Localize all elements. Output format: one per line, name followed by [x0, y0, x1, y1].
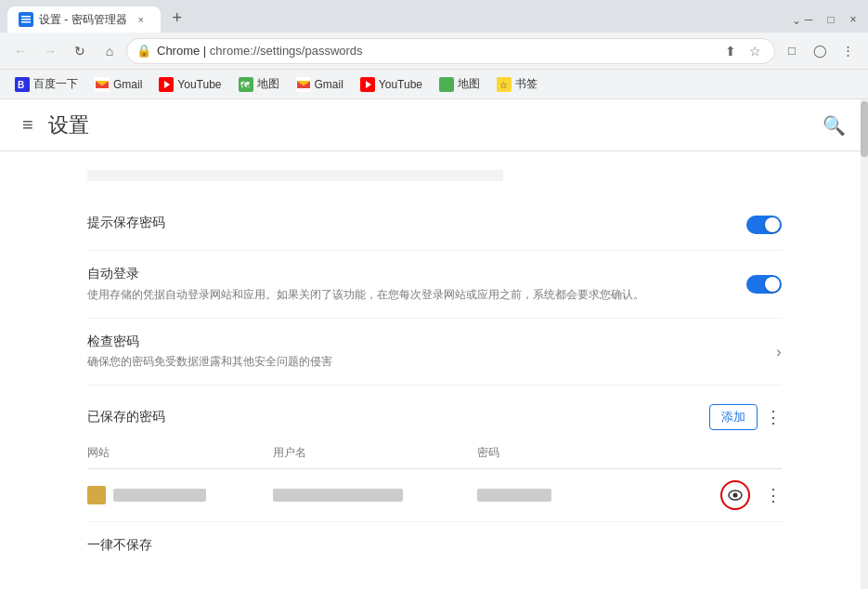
bookmark-baidu-label: 百度一下 [33, 76, 78, 92]
bookmark-youtube1-label: YouTube [177, 78, 221, 91]
auto-signin-label: 自动登录 [87, 266, 732, 282]
minimize-button[interactable]: ─ [801, 12, 816, 27]
eye-icon [728, 490, 743, 501]
password-row: ⋮ [87, 469, 782, 522]
auto-signin-toggle-thumb [765, 277, 780, 292]
tab-close-button[interactable]: × [133, 11, 149, 28]
svg-rect-14 [439, 77, 454, 92]
bookmarks-bar: B 百度一下 Gmail YouTube 🗺 地图 Gmail YouTube [0, 70, 868, 99]
auto-signin-desc: 使用存储的凭据自动登录网站和应用。如果关闭了该功能，在您每次登录网站或应用之前，… [87, 286, 732, 303]
bookmark-bookmarks[interactable]: ☆ 书签 [489, 72, 545, 96]
scrollbar-thumb[interactable] [861, 151, 868, 157]
blurred-top-section [87, 170, 504, 181]
navbar: ← → ↻ ⌂ 🔒 Chrome | chrome://settings/pas… [0, 33, 868, 70]
svg-rect-1 [21, 19, 31, 20]
bookmark-bookmarks-label: 书签 [515, 76, 538, 92]
saved-passwords-more-icon[interactable]: ⋮ [765, 407, 782, 427]
password-blurred [477, 489, 551, 502]
bookmark-youtube2[interactable]: YouTube [353, 73, 430, 96]
site-favicon [87, 486, 106, 504]
maximize-button[interactable]: □ [823, 12, 838, 27]
nav-right-controls: □ ◯ ⋮ [779, 38, 861, 64]
bookmark-gmail1[interactable]: Gmail [87, 73, 149, 96]
bookmark-icon[interactable]: ☆ [745, 41, 765, 61]
gmail1-icon [95, 77, 110, 92]
check-passwords-row[interactable]: 检查密码 确保您的密码免受数据泄露和其他安全问题的侵害 › [87, 319, 782, 386]
extension-button[interactable]: □ [779, 38, 805, 64]
password-table: 网站 用户名 密码 [87, 441, 782, 522]
bookmark-youtube1[interactable]: YouTube [151, 73, 228, 96]
youtube1-icon [159, 77, 174, 92]
back-button[interactable]: ← [7, 38, 33, 64]
tab-strip: 设置 - 密码管理器 × + [7, 5, 792, 33]
bookmark-gmail2[interactable]: Gmail [289, 73, 351, 96]
window-close-button[interactable]: × [846, 12, 861, 27]
refresh-button[interactable]: ↻ [67, 38, 93, 64]
address-text: Chrome | chrome://settings/passwords [157, 44, 715, 58]
never-save-section: 一律不保存 [87, 537, 782, 554]
hamburger-menu-icon[interactable]: ≡ [22, 114, 33, 136]
saved-passwords-title: 已保存的密码 [87, 409, 709, 425]
check-passwords-arrow: › [776, 344, 781, 360]
bookmark-map1[interactable]: 🗺 地图 [231, 72, 287, 96]
new-tab-button[interactable]: + [164, 5, 190, 31]
saved-passwords-section: 已保存的密码 添加 ⋮ 网站 用户名 密码 [87, 393, 782, 522]
home-button[interactable]: ⌂ [97, 38, 123, 64]
svg-text:B: B [18, 80, 24, 90]
password-site-cell [87, 486, 273, 504]
bookmark-map2[interactable]: 地图 [432, 72, 487, 96]
map2-icon [439, 77, 454, 92]
password-row-more-icon[interactable]: ⋮ [765, 485, 782, 505]
svg-text:☆: ☆ [499, 80, 508, 90]
bookmark-map2-label: 地图 [458, 76, 480, 92]
svg-rect-3 [21, 21, 31, 23]
svg-point-18 [732, 493, 737, 498]
scrollbar[interactable] [861, 151, 868, 589]
add-password-button[interactable]: 添加 [709, 404, 758, 430]
settings-inner: 提示保存密码 自动登录 使用存储的凭据自动登录网站和应用。如果关闭了该功能，在您… [72, 170, 797, 572]
window-controls: ─ □ × [801, 12, 861, 27]
auto-signin-toggle[interactable] [746, 275, 782, 294]
search-icon[interactable]: 🔍 [823, 114, 846, 137]
address-actions: ⬆ ☆ [720, 41, 765, 61]
bookmark-gmail1-label: Gmail [113, 78, 142, 91]
check-passwords-desc: 确保您的密码免受数据泄露和其他安全问题的侵害 [87, 354, 777, 370]
never-save-title: 一律不保存 [87, 537, 782, 554]
saved-passwords-header: 已保存的密码 添加 ⋮ [87, 393, 782, 438]
offer-to-save-content: 提示保存密码 [87, 215, 732, 235]
map1-icon: 🗺 [239, 77, 253, 92]
svg-rect-2 [21, 16, 31, 18]
col-site-header: 网站 [87, 445, 273, 461]
settings-page: ≡ 设置 🔍 提示保存密码 [0, 99, 868, 589]
password-row-actions: ⋮ [720, 480, 782, 510]
password-user-cell [273, 489, 477, 502]
active-tab[interactable]: 设置 - 密码管理器 × [7, 7, 161, 33]
reveal-password-button[interactable] [720, 480, 750, 510]
password-table-header: 网站 用户名 密码 [87, 441, 782, 469]
youtube2-icon [360, 77, 375, 92]
content-area: 提示保存密码 自动登录 使用存储的凭据自动登录网站和应用。如果关闭了该功能，在您… [0, 151, 868, 589]
bookmark-gmail2-label: Gmail [315, 78, 343, 91]
account-button[interactable]: ◯ [807, 38, 833, 64]
col-password-header: 密码 [477, 445, 782, 461]
offer-to-save-control [746, 216, 782, 234]
username-blurred [273, 489, 403, 502]
gmail2-icon [296, 77, 311, 92]
forward-button[interactable]: → [37, 38, 63, 64]
baidu-icon: B [15, 77, 30, 92]
menu-button[interactable]: ⋮ [835, 38, 861, 64]
check-passwords-label: 检查密码 [87, 334, 777, 350]
tab-title: 设置 - 密码管理器 [39, 12, 127, 28]
lock-icon: 🔒 [136, 44, 151, 58]
svg-text:🗺: 🗺 [240, 80, 250, 90]
tab-favicon [19, 12, 33, 27]
auto-signin-content: 自动登录 使用存储的凭据自动登录网站和应用。如果关闭了该功能，在您每次登录网站或… [87, 266, 732, 303]
offer-to-save-toggle[interactable] [746, 216, 782, 234]
bookmark-baidu[interactable]: B 百度一下 [7, 72, 85, 96]
address-bar[interactable]: 🔒 Chrome | chrome://settings/passwords ⬆… [126, 38, 775, 64]
settings-content: 提示保存密码 自动登录 使用存储的凭据自动登录网站和应用。如果关闭了该功能，在您… [0, 151, 868, 589]
site-name-blurred [113, 489, 206, 502]
share-icon[interactable]: ⬆ [720, 41, 741, 61]
offer-to-save-row: 提示保存密码 [87, 200, 782, 251]
auto-signin-row: 自动登录 使用存储的凭据自动登录网站和应用。如果关闭了该功能，在您每次登录网站或… [87, 251, 782, 319]
